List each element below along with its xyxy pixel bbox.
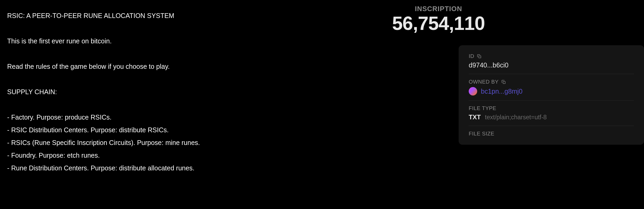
list-item: - Foundry. Purpose: etch runes. bbox=[7, 149, 233, 162]
owned-by-label: OWNED BY bbox=[469, 79, 499, 85]
content-title: RSIC: A PEER-TO-PEER RUNE ALLOCATION SYS… bbox=[7, 9, 233, 22]
content-intro-2: Read the rules of the game below if you … bbox=[7, 60, 233, 73]
list-item: - RSIC Distribution Centers. Purpose: di… bbox=[7, 124, 233, 136]
detail-row-owner: OWNED BY bc1pn...g8mj0 bbox=[469, 74, 634, 101]
inscription-label: INSCRIPTION bbox=[415, 5, 462, 13]
content-section-header: SUPPLY CHAIN: bbox=[7, 85, 233, 98]
svg-rect-0 bbox=[479, 56, 481, 58]
owned-by-label-row: OWNED BY bbox=[469, 79, 634, 85]
id-label-row: ID bbox=[469, 53, 634, 59]
metadata-panel: INSCRIPTION 56,754,110 ID d9740...b6ci0 … bbox=[233, 0, 644, 209]
file-type-label: FILE TYPE bbox=[469, 105, 634, 111]
content-panel: RSIC: A PEER-TO-PEER RUNE ALLOCATION SYS… bbox=[0, 0, 233, 209]
inscription-number: 56,754,110 bbox=[392, 12, 485, 34]
svg-rect-1 bbox=[503, 81, 505, 83]
detail-row-file-size: FILE SIZE bbox=[469, 126, 634, 137]
detail-row-id: ID d9740...b6ci0 bbox=[469, 53, 634, 74]
list-item: - RSICs (Rune Specific Inscription Circu… bbox=[7, 136, 233, 149]
file-type-value-row: TXT text/plain;charset=utf-8 bbox=[469, 113, 634, 121]
file-size-label: FILE SIZE bbox=[469, 131, 634, 137]
list-item: - Rune Distribution Centers. Purpose: di… bbox=[7, 162, 233, 174]
copy-icon[interactable] bbox=[501, 80, 506, 84]
file-type-badge: TXT bbox=[469, 113, 481, 121]
id-value: d9740...b6ci0 bbox=[469, 61, 634, 69]
list-item: - Factory. Purpose: produce RSICs. bbox=[7, 111, 233, 124]
avatar bbox=[469, 87, 477, 96]
id-label: ID bbox=[469, 53, 474, 59]
content-intro-1: This is the first ever rune on bitcoin. bbox=[7, 35, 233, 47]
owner-value-row: bc1pn...g8mj0 bbox=[469, 87, 634, 96]
owner-link[interactable]: bc1pn...g8mj0 bbox=[481, 88, 522, 95]
file-type-mime: text/plain;charset=utf-8 bbox=[485, 114, 547, 121]
copy-icon[interactable] bbox=[477, 54, 482, 59]
detail-row-file-type: FILE TYPE TXT text/plain;charset=utf-8 bbox=[469, 101, 634, 126]
details-card: ID d9740...b6ci0 OWNED BY bbox=[459, 45, 644, 145]
